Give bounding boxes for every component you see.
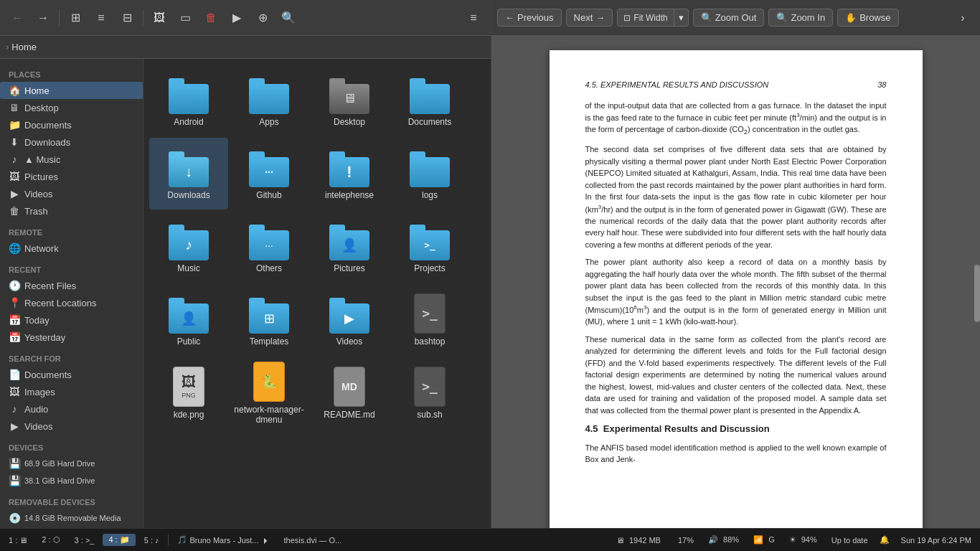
sidebar-item-trash[interactable]: 🗑 Trash xyxy=(0,202,143,220)
sidebar-search-docs-label: Documents xyxy=(24,369,72,380)
pdf-nav-right[interactable]: › xyxy=(951,6,974,29)
file-item-public[interactable]: 👤 Public xyxy=(149,284,228,356)
breadcrumb-current[interactable]: Home xyxy=(11,42,37,52)
taskbar: 1 : 🖥 2 : ⬡ 3 : >_ 4 : 📁 5 : ♪ 🎵 Bruno M… xyxy=(0,528,980,551)
sidebar-search-audio[interactable]: ♪ Audio xyxy=(0,400,143,418)
pdf-browse-button[interactable]: ✋ Browse xyxy=(837,9,898,27)
sidebar-yesterday-label: Yesterday xyxy=(24,332,65,343)
taskbar-thesis[interactable]: thesis.dvi — O... xyxy=(278,534,348,546)
taskbar-item-1[interactable]: 1 : 🖥 xyxy=(3,534,33,546)
file-item-documents[interactable]: Documents xyxy=(390,65,469,136)
sidebar-item-music[interactable]: ♪ ▲ Music xyxy=(0,151,143,168)
file-label-readme: README.md xyxy=(324,410,374,420)
file-item-intelephense[interactable]: ! intelephense xyxy=(310,138,389,209)
sidebar-item-desktop[interactable]: 🖥 Desktop xyxy=(0,99,143,116)
forward-button[interactable]: → xyxy=(32,6,55,29)
sidebar-item-pictures[interactable]: 🖼 Pictures xyxy=(0,168,143,185)
taskbar-item-2[interactable]: 2 : ⬡ xyxy=(36,534,65,546)
pdf-section-title: Experimental Results and Discussion xyxy=(603,423,770,434)
sidebar-item-documents[interactable]: 📁 Documents xyxy=(0,116,143,133)
file-item-projects[interactable]: >_ Projects xyxy=(390,211,469,283)
sidebar-hdd2[interactable]: 💾 38.1 GiB Hard Drive xyxy=(0,472,143,489)
sidebar-places-label: Places xyxy=(0,67,143,82)
taskbar-updates: Up to date xyxy=(829,536,871,545)
file-label-pictures: Pictures xyxy=(334,263,364,273)
pdf-header-left: 4.5. EXPERIMENTAL RESULTS AND DISCUSSION xyxy=(585,79,769,91)
grid-view-button[interactable]: ⊞ xyxy=(64,6,87,29)
file-item-videos[interactable]: ▶ Videos xyxy=(310,284,389,356)
breadcrumb-arrow: › xyxy=(6,42,9,52)
file-item-kde-png[interactable]: 🖼 PNG kde.png xyxy=(149,357,228,429)
file-label-music: Music xyxy=(177,263,199,273)
sidebar-search-documents[interactable]: 📄 Documents xyxy=(0,366,143,383)
pdf-next-button[interactable]: Next → xyxy=(566,9,613,27)
sidebar-item-yesterday[interactable]: 📅 Yesterday xyxy=(0,329,143,346)
file-label-desktop: Desktop xyxy=(334,117,365,127)
sidebar-desktop-label: Desktop xyxy=(24,103,59,113)
recent-files-icon: 🕐 xyxy=(9,280,20,291)
sidebar-removable-label: Removable Devices xyxy=(0,495,143,509)
pdf-zoom-in-button[interactable]: 🔍 Zoom In xyxy=(768,9,833,27)
pdf-fit-width-button[interactable]: ⊡ Fit Width xyxy=(617,9,674,27)
sidebar-search-images[interactable]: 🖼 Images xyxy=(0,383,143,400)
sidebar-item-today[interactable]: 📅 Today xyxy=(0,311,143,329)
run-button[interactable]: ▶ xyxy=(225,6,248,29)
file-item-github[interactable]: ··· Github xyxy=(230,138,308,209)
pdf-previous-button[interactable]: ← Previous xyxy=(497,9,562,27)
sidebar-remote-section: Remote 🌐 Network xyxy=(0,222,143,260)
image-preview-button[interactable]: 🖼 xyxy=(148,6,171,29)
sidebar: Places 🏠 Home 🖥 Desktop 📁 Documents xyxy=(0,59,143,531)
pdf-scrollbar[interactable] xyxy=(974,265,980,322)
panel-button[interactable]: ▭ xyxy=(174,6,197,29)
taskbar-item-4[interactable]: 4 : 📁 xyxy=(103,534,135,546)
taskbar-cpu: 17% xyxy=(672,536,699,545)
taskbar-audio[interactable]: 🎵 Bruno Mars - Just... ⏵ xyxy=(171,534,275,546)
file-item-bashtop[interactable]: >_ bashtop xyxy=(390,284,469,356)
sidebar-hdd1[interactable]: 💾 68.9 GiB Hard Drive xyxy=(0,455,143,472)
file-item-network-manager[interactable]: 🐍 network-manager-dmenu xyxy=(230,357,308,429)
file-label-android: Android xyxy=(174,117,203,127)
file-item-downloads[interactable]: ↓ Downloads xyxy=(149,138,228,209)
file-item-apps[interactable]: Apps xyxy=(230,65,308,136)
bookmark-button[interactable]: ⊕ xyxy=(251,6,274,29)
sidebar-item-downloads[interactable]: ⬇ Downloads xyxy=(0,133,143,151)
hdd1-icon: 💾 xyxy=(9,458,20,469)
sidebar-item-home[interactable]: 🏠 Home xyxy=(0,82,143,99)
taskbar-item-3[interactable]: 3 : >_ xyxy=(69,534,100,546)
sidebar-item-recent-locations[interactable]: 📍 Recent Locations xyxy=(0,294,143,311)
sidebar-trash-label: Trash xyxy=(24,206,48,217)
toolbar-separator-2 xyxy=(143,9,143,27)
file-item-templates[interactable]: ⊞ Templates xyxy=(230,284,308,356)
file-item-logs[interactable]: logs xyxy=(390,138,469,209)
sidebar-item-videos[interactable]: ▶ Videos xyxy=(0,185,143,202)
file-icon-readme: MD xyxy=(326,367,372,407)
sidebar-item-recent-files[interactable]: 🕐 Recent Files xyxy=(0,277,143,294)
file-item-others[interactable]: ··· Others xyxy=(230,211,308,283)
menu-button[interactable]: ≡ xyxy=(462,6,485,29)
file-item-sub-sh[interactable]: >_ sub.sh xyxy=(390,357,469,429)
folder-icon-desktop: 🖥 xyxy=(326,74,372,114)
search-button[interactable]: 🔍 xyxy=(277,6,300,29)
sidebar-removable[interactable]: 💿 14.8 GiB Removable Media xyxy=(0,509,143,527)
delete-button[interactable]: 🗑 xyxy=(199,6,222,29)
back-button[interactable]: ← xyxy=(6,6,29,29)
sidebar-devices-label: Devices xyxy=(0,441,143,455)
file-item-pictures[interactable]: 👤 Pictures xyxy=(310,211,389,283)
sidebar-item-network[interactable]: 🌐 Network xyxy=(0,240,143,257)
file-item-desktop[interactable]: 🖥 Desktop xyxy=(310,65,389,136)
split-view-button[interactable]: ⊟ xyxy=(116,6,138,29)
pdf-zoom-out-button[interactable]: 🔍 Zoom Out xyxy=(693,9,765,27)
sidebar-removable-section: Removable Devices 💿 14.8 GiB Removable M… xyxy=(0,492,143,529)
pdf-content[interactable]: 4.5. EXPERIMENTAL RESULTS AND DISCUSSION… xyxy=(491,36,980,551)
sidebar-search-videos[interactable]: ▶ Videos xyxy=(0,418,143,435)
audio-label: Bruno Mars - Just... xyxy=(190,536,259,545)
taskbar-item-5[interactable]: 5 : ♪ xyxy=(138,534,165,546)
pdf-fit-dropdown[interactable]: ▾ xyxy=(674,9,689,27)
compact-view-button[interactable]: ≡ xyxy=(90,6,113,29)
pdf-toolbar: ← Previous Next → ⊡ Fit Width ▾ 🔍 Zoom O… xyxy=(491,0,980,36)
file-item-readme[interactable]: MD README.md xyxy=(310,357,389,429)
sidebar-recent-files-label: Recent Files xyxy=(24,281,76,291)
folder-icon-apps xyxy=(246,74,292,114)
file-item-android[interactable]: Android xyxy=(149,65,228,136)
file-item-music[interactable]: ♪ Music xyxy=(149,211,228,283)
